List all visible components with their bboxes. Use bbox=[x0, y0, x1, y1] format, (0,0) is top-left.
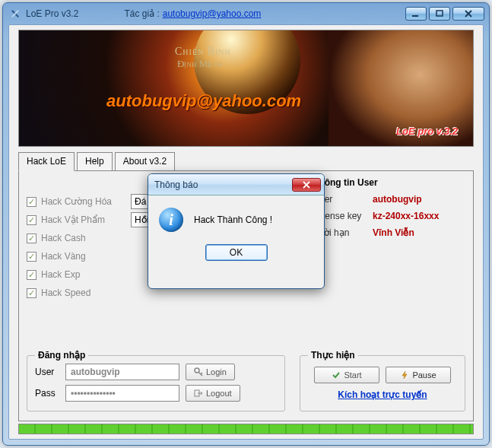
dialog-ok-button[interactable]: OK bbox=[205, 244, 268, 261]
lightning-icon bbox=[400, 370, 409, 380]
dialog-titlebar[interactable]: Thông báo bbox=[148, 174, 324, 195]
pause-button-label: Pause bbox=[412, 370, 436, 380]
tab-about[interactable]: About v3.2 bbox=[115, 152, 175, 171]
close-button[interactable] bbox=[452, 7, 484, 21]
banner-version-tag: LoE pro v.3.2 bbox=[396, 126, 458, 137]
userinfo-header: Thông tin User bbox=[313, 177, 465, 188]
dialog-message: Hack Thành Công ! bbox=[194, 214, 272, 225]
logout-button[interactable]: Logout bbox=[186, 385, 240, 402]
user-info-panel: Thông tin User Userautobugvip License ke… bbox=[313, 177, 465, 244]
logout-button-label: Logout bbox=[206, 389, 232, 398]
tab-hack-loe[interactable]: Hack LoE bbox=[18, 152, 75, 171]
label-vatpham: Hack Vật Phẩm bbox=[41, 214, 131, 225]
banner-email-overlay: autobugvip@yahoo.com bbox=[106, 91, 301, 111]
label-vang: Hack Vàng bbox=[41, 251, 131, 262]
start-button-label: Start bbox=[344, 370, 361, 380]
pause-button[interactable]: Pause bbox=[386, 367, 451, 383]
checkbox-speed[interactable]: ✓ bbox=[27, 288, 37, 298]
checkbox-cuonghoa[interactable]: ✓ bbox=[27, 197, 37, 207]
tab-bar: Hack LoE Help About v3.2 bbox=[18, 151, 474, 170]
dialog-close-button[interactable] bbox=[292, 178, 321, 192]
svg-rect-2 bbox=[412, 15, 418, 17]
close-icon bbox=[303, 181, 310, 189]
checkbox-cash[interactable]: ✓ bbox=[27, 234, 37, 243]
activate-online-link[interactable]: Kích hoạt trực tuyến bbox=[308, 389, 457, 400]
logout-icon bbox=[194, 389, 203, 398]
svg-rect-3 bbox=[436, 11, 443, 16]
start-button[interactable]: Start bbox=[314, 367, 379, 383]
titlebar[interactable]: LoE Pro v3.2 Tác giả : autobugvip@yahoo.… bbox=[3, 3, 489, 24]
info-icon: i bbox=[159, 208, 183, 232]
login-button-label: Login bbox=[206, 367, 227, 377]
label-cuonghoa: Hack Cường Hóa bbox=[41, 196, 131, 207]
message-dialog: Thông báo i Hack Thành Công ! OK bbox=[148, 173, 325, 289]
userinfo-user-value: autobugvip bbox=[373, 194, 422, 205]
login-group: Đăng nhập User Login Pass Logout bbox=[27, 355, 285, 411]
check-icon bbox=[332, 370, 341, 380]
label-cash: Hack Cash bbox=[41, 233, 131, 243]
login-pass-label: Pass bbox=[35, 388, 65, 399]
login-legend: Đăng nhập bbox=[35, 350, 88, 361]
minimize-button[interactable] bbox=[405, 7, 427, 21]
label-exp: Hack Exp bbox=[41, 269, 131, 280]
banner-title-2: Định Mệnh bbox=[177, 58, 222, 70]
execute-legend: Thực hiện bbox=[308, 350, 358, 361]
progress-bar bbox=[18, 424, 474, 434]
dialog-title: Thông báo bbox=[154, 180, 198, 190]
userinfo-license-value: kz-240xx-16xxx bbox=[373, 211, 439, 221]
login-user-input[interactable] bbox=[65, 364, 179, 380]
checkbox-exp[interactable]: ✓ bbox=[27, 270, 37, 280]
execute-group: Thực hiện Start Pause Kích hoạt trực tuy… bbox=[300, 355, 465, 411]
window-title: LoE Pro v3.2 bbox=[26, 8, 78, 19]
checkbox-vang[interactable]: ✓ bbox=[27, 252, 37, 262]
login-pass-input[interactable] bbox=[65, 385, 179, 402]
banner-title-1: Chiến Binh bbox=[175, 46, 231, 58]
author-label: Tác giả : bbox=[124, 8, 159, 19]
banner-image: Chiến Binh Định Mệnh autobugvip@yahoo.co… bbox=[18, 30, 474, 147]
checkbox-vatpham[interactable]: ✓ bbox=[27, 215, 37, 225]
key-icon bbox=[194, 367, 203, 377]
login-user-label: User bbox=[35, 367, 65, 377]
label-speed: Hack Speed bbox=[41, 288, 131, 298]
userinfo-expiry-value: Vĩnh Viễn bbox=[373, 227, 414, 238]
app-icon bbox=[9, 8, 21, 20]
login-button[interactable]: Login bbox=[186, 364, 235, 380]
progress-fill bbox=[19, 424, 473, 434]
author-email-link[interactable]: autobugvip@yahoo.com bbox=[163, 8, 262, 19]
tab-help[interactable]: Help bbox=[77, 152, 113, 171]
maximize-button[interactable] bbox=[429, 7, 450, 21]
